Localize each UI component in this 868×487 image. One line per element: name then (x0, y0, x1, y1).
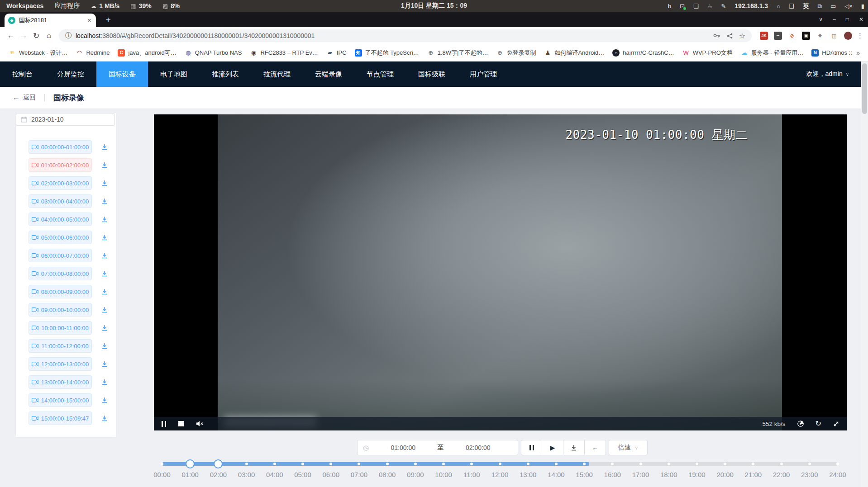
pause-icon[interactable] (162, 421, 166, 427)
share-icon[interactable] (727, 33, 733, 39)
segment-button[interactable]: 00:00:00-01:00:00 (29, 140, 92, 154)
workspaces-button[interactable]: Workspaces (6, 2, 43, 9)
bookmarks-overflow-icon[interactable]: » (853, 49, 863, 57)
bookmark-item[interactable]: WWVP-PRO文档 (678, 49, 737, 57)
play-button[interactable]: ▶ (542, 440, 563, 455)
bookmark-star-icon[interactable]: ☆ (739, 32, 745, 40)
dark-extension-icon[interactable]: ▣ (802, 32, 810, 40)
bing-icon[interactable]: b (668, 3, 671, 9)
nav-item-1[interactable]: 控制台 (0, 61, 45, 87)
page-scrollbar[interactable] (861, 61, 868, 487)
nav-item-7[interactable]: 云端录像 (303, 61, 354, 87)
segment-download-button[interactable] (100, 178, 110, 188)
segment-button[interactable]: 09:00:00-10:00:00 (29, 303, 92, 317)
segment-download-button[interactable] (100, 395, 110, 405)
timeline-range-handle[interactable] (186, 459, 195, 468)
profile-avatar[interactable] (844, 32, 852, 40)
site-info-icon[interactable]: ⓘ (65, 32, 72, 40)
segment-download-button[interactable] (100, 359, 110, 369)
bookmark-item[interactable]: ◉RFC2833 – RTP Ev… (246, 49, 322, 57)
js-extension-icon[interactable]: JS (760, 32, 768, 40)
tab-close-icon[interactable]: ✕ (86, 17, 92, 24)
nav-item-10[interactable]: 用户管理 (458, 61, 509, 87)
bookmark-item[interactable]: ≋Webstack - 设计… (5, 49, 72, 57)
segment-button[interactable]: 11:00:00-12:00:00 (29, 339, 92, 353)
reload-button[interactable]: ↻ (30, 31, 43, 41)
segment-download-button[interactable] (100, 269, 110, 279)
bookmark-item[interactable]: ☁服务器 - 轻量应用… (737, 49, 808, 57)
clock[interactable]: 1月10日 星期二 15：09 (401, 2, 467, 10)
range-start-value[interactable]: 01:00:00 (369, 444, 437, 451)
volume-muted-icon[interactable]: ◁× (844, 3, 853, 9)
segment-button[interactable]: 10:00:00-11:00:00 (29, 321, 92, 335)
clipboard-manager-icon[interactable]: ❏ (693, 3, 699, 9)
bookmark-item[interactable]: ∩hairrrrr/C-CrashC… (608, 49, 678, 57)
bookmark-item[interactable]: ▰IPC (322, 49, 351, 57)
language-indicator[interactable]: 英 (803, 3, 809, 9)
fullscreen-icon[interactable] (833, 421, 839, 427)
window-close-button[interactable]: ✕ (859, 16, 863, 23)
display-icon[interactable]: ▭ (830, 3, 836, 9)
bookmark-item[interactable]: 知了不起的 TypeScri… (351, 49, 423, 57)
proxy-extension-icon[interactable]: •• (774, 32, 782, 40)
coffee-caffeine-icon[interactable]: ☕ (707, 3, 713, 9)
segment-button[interactable]: 02:00:00-03:00:00 (29, 176, 92, 190)
snapshot-aperture-icon[interactable] (797, 420, 804, 427)
side-panel-icon[interactable]: ◫ (830, 32, 838, 40)
home-icon[interactable]: ⌂ (777, 3, 780, 9)
bookmark-item[interactable]: ◠Redmine (72, 49, 114, 57)
back-link[interactable]: ← 返回 (13, 94, 36, 102)
nav-item-4[interactable]: 电子地图 (148, 61, 200, 87)
bookmark-item[interactable]: ◍QNAP Turbo NAS (181, 49, 246, 57)
ip-address[interactable]: 192.168.1.3 (734, 3, 768, 9)
date-picker[interactable]: 2023-01-10 (16, 113, 115, 126)
browser-tab[interactable]: ◆ 国标28181 ✕ (5, 14, 96, 27)
forward-button[interactable]: → (17, 31, 30, 40)
bookmark-item[interactable]: ⊕免登录复制 (492, 49, 540, 57)
segment-download-button[interactable] (100, 305, 110, 315)
nav-item-6[interactable]: 拉流代理 (251, 61, 303, 87)
password-key-icon[interactable] (713, 33, 720, 38)
battery-icon[interactable]: ▮ (861, 3, 864, 9)
segment-download-button[interactable] (100, 377, 110, 387)
segment-button[interactable]: 14:00:00-15:00:00 (29, 393, 92, 407)
segment-button[interactable]: 13:00:00-14:00:00 (29, 375, 92, 389)
bookmark-item[interactable]: ⊕1.8W字|了不起的… (423, 49, 492, 57)
mute-icon[interactable] (196, 421, 204, 427)
segment-download-button[interactable] (100, 232, 110, 242)
window-list-icon[interactable]: ⧉ (818, 3, 822, 9)
segment-download-button[interactable] (100, 341, 110, 351)
timeline-range-handle[interactable] (214, 459, 223, 468)
segment-button[interactable]: 08:00:00-09:00:00 (29, 285, 92, 298)
segment-button[interactable]: 15:00:00-15:09:47 (29, 411, 92, 425)
segment-download-button[interactable] (100, 214, 110, 224)
segment-button[interactable]: 04:00:00-05:00:00 (29, 213, 92, 226)
scrollbar-thumb[interactable] (862, 63, 867, 114)
new-tab-button[interactable]: + (102, 14, 114, 26)
back-button[interactable]: ← (5, 31, 17, 40)
extensions-puzzle-icon[interactable]: ❖ (816, 32, 824, 40)
range-end-value[interactable]: 02:00:00 (444, 444, 512, 451)
refresh-icon[interactable]: ↻ (816, 420, 821, 427)
bookmark-item[interactable]: ♟如何编译Android… (540, 49, 608, 57)
stop-icon[interactable] (178, 421, 184, 426)
seek-back-button[interactable]: ← (585, 440, 606, 455)
address-bar[interactable]: ⓘ localhost:38080/#/gbRecordDetail/34020… (59, 29, 752, 42)
window-maximize-button[interactable]: □ (846, 16, 849, 23)
tab-search-icon[interactable]: ∨ (819, 16, 823, 23)
segment-download-button[interactable] (100, 251, 110, 260)
color-picker-icon[interactable]: ✎ (721, 3, 726, 9)
segment-download-button[interactable] (100, 287, 110, 297)
nav-item-8[interactable]: 节点管理 (354, 61, 406, 87)
segment-download-button[interactable] (100, 160, 110, 170)
segment-button[interactable]: 05:00:00-06:00:00 (29, 231, 92, 244)
workspace-switcher-icon[interactable]: ❑ (789, 3, 794, 9)
window-minimize-button[interactable]: – (833, 16, 836, 23)
adblock-extension-icon[interactable]: ⊘ (788, 32, 796, 40)
segment-button[interactable]: 07:00:00-08:00:00 (29, 267, 92, 280)
segment-button[interactable]: 12:00:00-13:00:00 (29, 357, 92, 371)
segment-download-button[interactable] (100, 413, 110, 423)
screenshot-tool-icon[interactable]: ⊡ (680, 3, 685, 9)
user-menu[interactable]: 欢迎，admin ∨ (806, 61, 861, 87)
segment-download-button[interactable] (100, 196, 110, 206)
